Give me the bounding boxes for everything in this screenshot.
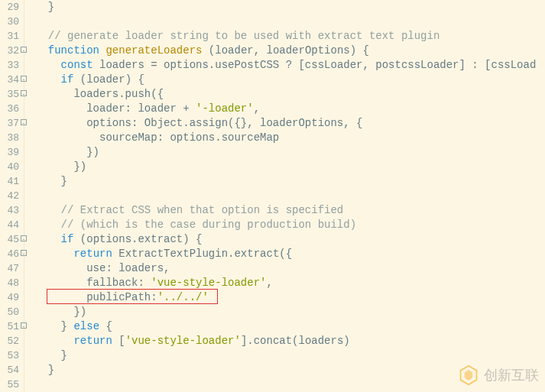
code-line[interactable]: [35, 15, 545, 29]
watermark: 创新互联: [458, 364, 539, 386]
line-number: 45-: [0, 232, 19, 247]
line-number: 44: [0, 218, 19, 232]
code-line[interactable]: if (options.extract) {: [35, 232, 545, 247]
line-number: 40: [0, 160, 19, 174]
line-number: 38: [0, 131, 19, 145]
code-line[interactable]: fallback: 'vue-style-loader',: [35, 276, 545, 290]
line-number: 35-: [0, 87, 19, 102]
code-line[interactable]: }: [35, 348, 545, 363]
code-line[interactable]: loader: loader + '-loader',: [35, 102, 545, 116]
line-number: 37-: [0, 116, 19, 131]
line-number: 39: [0, 145, 19, 160]
line-number: 32-: [0, 44, 19, 58]
code-line[interactable]: } else {: [35, 319, 545, 334]
watermark-text: 创新互联: [484, 366, 539, 384]
watermark-logo-icon: [458, 364, 479, 386]
code-line[interactable]: if (loader) {: [35, 73, 545, 87]
fold-toggle-icon[interactable]: -: [21, 250, 27, 256]
code-line[interactable]: // Extract CSS when that option is speci…: [35, 203, 545, 218]
line-number: 31: [0, 29, 19, 44]
code-line[interactable]: }): [35, 305, 545, 319]
line-number: 52: [0, 334, 19, 348]
line-number: 43: [0, 203, 19, 218]
fold-toggle-icon[interactable]: -: [21, 90, 27, 96]
code-line[interactable]: return ExtractTextPlugin.extract({: [35, 247, 545, 261]
fold-toggle-icon[interactable]: -: [21, 322, 27, 329]
line-number: 36: [0, 102, 19, 116]
line-number: 55: [0, 377, 19, 392]
line-number: 48: [0, 276, 19, 290]
code-line[interactable]: }): [35, 145, 545, 160]
code-line[interactable]: return ['vue-style-loader'].concat(loade…: [35, 334, 545, 348]
line-number: 50: [0, 305, 19, 319]
code-line[interactable]: sourceMap: options.sourceMap: [35, 131, 545, 145]
code-line[interactable]: loaders.push({: [35, 87, 545, 102]
line-number-gutter: 29303132-3334-35-3637-3839404142434445-4…: [0, 0, 24, 392]
line-number: 30: [0, 15, 19, 29]
code-line[interactable]: }: [35, 0, 545, 15]
line-number: 41: [0, 174, 19, 189]
line-number: 29: [0, 0, 19, 15]
line-number: 47: [0, 261, 19, 276]
code-line[interactable]: publicPath:'../../': [35, 290, 545, 305]
line-number: 49: [0, 290, 19, 305]
code-line[interactable]: use: loaders,: [35, 261, 545, 276]
line-number: 42: [0, 189, 19, 203]
code-line[interactable]: // generate loader string to be used wit…: [35, 29, 545, 44]
code-area[interactable]: } // generate loader string to be used w…: [24, 0, 545, 392]
fold-toggle-icon[interactable]: -: [21, 119, 27, 125]
line-number: 46-: [0, 247, 19, 261]
line-number: 34-: [0, 73, 19, 87]
code-line[interactable]: const loaders = options.usePostCSS ? [cs…: [35, 58, 545, 73]
line-number: 54: [0, 363, 19, 377]
line-number: 53: [0, 348, 19, 363]
code-editor[interactable]: 29303132-3334-35-3637-3839404142434445-4…: [0, 0, 545, 392]
line-number: 33: [0, 58, 19, 73]
fold-toggle-icon[interactable]: -: [21, 76, 27, 82]
line-number: 51-: [0, 319, 19, 334]
code-line[interactable]: // (which is the case during production …: [35, 218, 545, 232]
fold-toggle-icon[interactable]: -: [21, 235, 27, 241]
code-line[interactable]: [35, 189, 545, 203]
code-line[interactable]: options: Object.assign({}, loaderOptions…: [35, 116, 545, 131]
fold-toggle-icon[interactable]: -: [21, 47, 27, 53]
code-line[interactable]: }: [35, 174, 545, 189]
code-line[interactable]: function generateLoaders (loader, loader…: [35, 44, 545, 58]
code-line[interactable]: }): [35, 160, 545, 174]
